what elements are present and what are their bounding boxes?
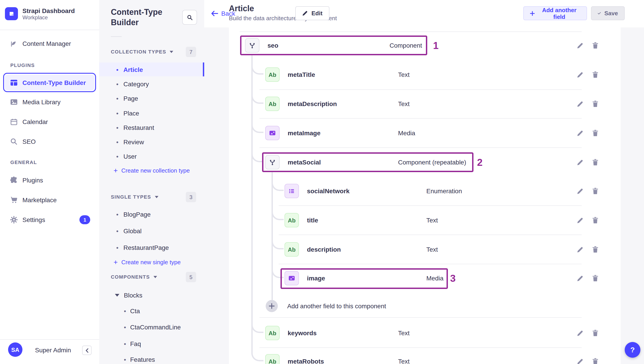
chevron-down-icon xyxy=(170,51,174,53)
edit-field-button[interactable] xyxy=(575,274,584,283)
subnav-item-ctacommandline[interactable]: CtaCommandLine xyxy=(99,320,204,334)
delete-field-button[interactable] xyxy=(590,128,600,137)
settings-notification-badge: 1 xyxy=(80,215,90,224)
edit-field-button[interactable] xyxy=(575,328,584,337)
panel-divider xyxy=(111,36,122,37)
field-row-metaRobots: Ab metaRobots Text xyxy=(229,347,621,364)
subnav-item-cta[interactable]: Cta xyxy=(99,304,204,318)
sidebar-item-label: Media Library xyxy=(22,98,60,106)
content-type-builder-panel: Content-Type Builder COLLECTION TYPES 7 … xyxy=(99,0,205,364)
subnav-item-global[interactable]: Global xyxy=(99,224,204,238)
puzzle-icon xyxy=(10,176,18,184)
search-icon xyxy=(10,137,18,146)
sidebar-item-marketplace[interactable]: Marketplace xyxy=(0,193,99,207)
sidebar-item-media-library[interactable]: Media Library xyxy=(0,95,99,109)
save-button[interactable]: Save xyxy=(591,6,625,20)
gear-icon xyxy=(10,216,18,224)
delete-field-button[interactable] xyxy=(590,187,600,196)
edit-field-button[interactable] xyxy=(575,357,584,364)
sidebar-item-calendar[interactable]: Calendar xyxy=(0,115,99,129)
help-button[interactable]: ? xyxy=(625,342,640,358)
pencil-icon xyxy=(576,42,583,49)
field-row-keywords: Ab keywords Text xyxy=(229,319,621,347)
text-field-icon: Ab xyxy=(265,354,280,364)
delete-field-button[interactable] xyxy=(590,158,600,167)
edit-field-button[interactable] xyxy=(575,245,584,254)
edit-field-button[interactable] xyxy=(575,41,584,50)
sidebar-item-content-type-builder[interactable]: Content-Type Builder xyxy=(3,73,96,92)
sidebar-item-plugins[interactable]: Plugins xyxy=(0,173,99,188)
subnav-item-restaurant[interactable]: Restaurant xyxy=(99,120,204,134)
single-types-header[interactable]: SINGLE TYPES xyxy=(111,194,158,200)
delete-field-button[interactable] xyxy=(590,245,600,254)
annotation-number-1: 1 xyxy=(433,40,439,52)
edit-field-button[interactable] xyxy=(575,158,584,167)
subnav-item-article[interactable]: Article xyxy=(99,63,204,76)
bullet-icon xyxy=(116,244,118,251)
subnav-item-restaurantpage[interactable]: RestaurantPage xyxy=(99,240,204,254)
edit-field-button[interactable] xyxy=(575,70,584,79)
pencil-icon xyxy=(576,188,583,194)
delete-field-button[interactable] xyxy=(590,274,600,283)
delete-field-button[interactable] xyxy=(590,328,600,337)
trash-icon xyxy=(592,159,598,166)
sidebar-item-settings[interactable]: Settings 1 xyxy=(0,213,99,227)
pencil-icon xyxy=(576,217,583,224)
trash-icon xyxy=(592,246,598,253)
collapse-sidebar-button[interactable] xyxy=(82,345,92,355)
delete-field-button[interactable] xyxy=(590,70,600,79)
plus-icon xyxy=(114,259,118,265)
delete-field-button[interactable] xyxy=(590,357,600,364)
pencil-icon xyxy=(576,330,583,336)
calendar-icon xyxy=(10,118,18,126)
edit-button[interactable]: Edit xyxy=(295,6,329,20)
add-field-to-component-label[interactable]: Add another field to this component xyxy=(287,302,386,310)
main-area: Back Article Build the data architecture… xyxy=(204,0,644,364)
subnav-item-review[interactable]: Review xyxy=(99,135,204,149)
edit-field-button[interactable] xyxy=(575,216,584,225)
content-area: seo Component Ab metaTitle Text xyxy=(204,27,644,364)
subnav-item-features[interactable]: Features xyxy=(99,352,204,364)
page-header: Back Article Build the data architecture… xyxy=(204,0,644,27)
subnav-item-category[interactable]: Category xyxy=(99,77,204,91)
subnav-item-place[interactable]: Place xyxy=(99,106,204,120)
edit-field-button[interactable] xyxy=(575,187,584,196)
pencil-icon xyxy=(576,100,583,107)
workspace-name: Workplace xyxy=(22,14,75,21)
subnav-item-user[interactable]: User xyxy=(99,149,204,163)
components-count: 5 xyxy=(186,272,196,282)
field-type: Media xyxy=(398,129,415,137)
general-section-header: GENERAL xyxy=(10,159,37,165)
component-group-blocks[interactable]: Blocks xyxy=(115,288,142,302)
create-collection-type-link[interactable]: Create new collection type xyxy=(114,166,190,175)
add-another-field-button[interactable]: Add another field xyxy=(523,6,587,20)
media-field-icon xyxy=(265,126,280,140)
pencil-icon xyxy=(576,246,583,253)
search-button[interactable] xyxy=(182,10,197,25)
annotation-box-3 xyxy=(280,268,448,289)
sidebar-item-label: Content-Type Builder xyxy=(22,79,86,86)
collection-types-header[interactable]: COLLECTION TYPES xyxy=(111,49,174,54)
delete-field-button[interactable] xyxy=(590,216,600,225)
bullet-icon xyxy=(124,340,126,347)
subnav-item-blogpage[interactable]: BlogPage xyxy=(99,207,204,221)
create-single-type-link[interactable]: Create new single type xyxy=(114,258,181,266)
chevron-down-icon xyxy=(115,294,120,296)
workspace-header[interactable]: Strapi Dashboard Workplace xyxy=(5,7,75,21)
delete-field-button[interactable] xyxy=(590,41,600,50)
edit-field-button[interactable] xyxy=(575,99,584,108)
edit-field-button[interactable] xyxy=(575,128,584,137)
components-header[interactable]: COMPONENTS xyxy=(111,274,157,280)
field-row-metaImage: metaImage Media xyxy=(229,119,621,147)
user-name: Super Admin xyxy=(35,346,71,354)
sidebar-item-content-manager[interactable]: Content Manager xyxy=(0,36,99,51)
subnav-item-page[interactable]: Page xyxy=(99,91,204,105)
subnav-item-faq[interactable]: Faq xyxy=(99,337,204,350)
delete-field-button[interactable] xyxy=(590,99,600,108)
sidebar-item-seo[interactable]: SEO xyxy=(0,134,99,149)
cart-icon xyxy=(10,196,18,204)
field-name: metaImage xyxy=(288,129,320,137)
bullet-icon xyxy=(124,323,126,330)
avatar[interactable]: SA xyxy=(8,342,22,357)
add-field-plus-button[interactable] xyxy=(266,300,278,312)
